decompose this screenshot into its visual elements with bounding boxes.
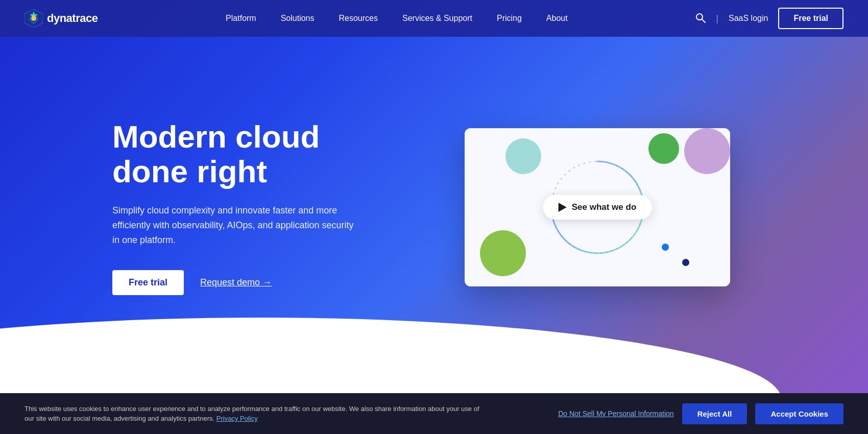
hero-cta: Free trial Request demo → <box>112 270 378 295</box>
nav-divider: | <box>716 13 718 24</box>
hero-subtext: Simplify cloud complexity and innovate f… <box>112 203 357 247</box>
cookie-actions: Do Not Sell My Personal Information Reje… <box>558 403 843 424</box>
video-card[interactable]: See what we do <box>465 128 730 286</box>
privacy-policy-link[interactable]: Privacy Policy <box>216 415 258 422</box>
hero-left: Modern cloud done right Simplify cloud c… <box>112 119 378 295</box>
deco-dot-navy <box>682 259 689 266</box>
nav-free-trial-button[interactable]: Free trial <box>778 8 843 29</box>
saas-login-link[interactable]: SaaS login <box>729 14 768 23</box>
nav-pricing[interactable]: Pricing <box>497 14 522 23</box>
deco-circle-lime <box>480 230 526 276</box>
play-label: See what we do <box>572 202 637 212</box>
nav-resources[interactable]: Resources <box>339 14 378 23</box>
nav-services[interactable]: Services & Support <box>402 14 472 23</box>
hero-right: See what we do <box>429 128 766 286</box>
hero-free-trial-button[interactable]: Free trial <box>112 270 184 295</box>
search-button[interactable] <box>695 13 706 25</box>
do-not-sell-button[interactable]: Do Not Sell My Personal Information <box>558 409 673 418</box>
reject-all-button[interactable]: Reject All <box>682 403 748 424</box>
svg-point-3 <box>31 16 36 21</box>
cookie-banner: This website uses cookies to enhance use… <box>0 393 868 434</box>
logo-label: dynatrace <box>47 12 98 25</box>
nav-about[interactable]: About <box>546 14 568 23</box>
hero-request-demo-button[interactable]: Request demo → <box>200 277 272 288</box>
nav-right: | SaaS login Free trial <box>695 8 843 29</box>
nav-solutions[interactable]: Solutions <box>281 14 315 23</box>
hero-headline: Modern cloud done right <box>112 119 378 189</box>
svg-point-5 <box>696 14 703 20</box>
cookie-text: This website uses cookies to enhance use… <box>25 404 484 424</box>
hero-content: Modern cloud done right Simplify cloud c… <box>0 89 868 346</box>
deco-circle-teal <box>505 138 541 174</box>
nav-platform[interactable]: Platform <box>226 14 256 23</box>
deco-circle-purple <box>684 128 730 174</box>
nav-links: Platform Solutions Resources Services & … <box>226 14 568 23</box>
accept-cookies-button[interactable]: Accept Cookies <box>755 403 843 424</box>
play-icon <box>559 203 567 212</box>
hero-section: Modern cloud done right Simplify cloud c… <box>0 0 868 398</box>
logo[interactable]: dynatrace <box>25 9 98 28</box>
navbar: dynatrace Platform Solutions Resources S… <box>0 0 868 37</box>
play-button[interactable]: See what we do <box>543 195 652 220</box>
svg-line-6 <box>702 19 705 22</box>
deco-dot-blue <box>662 244 669 251</box>
